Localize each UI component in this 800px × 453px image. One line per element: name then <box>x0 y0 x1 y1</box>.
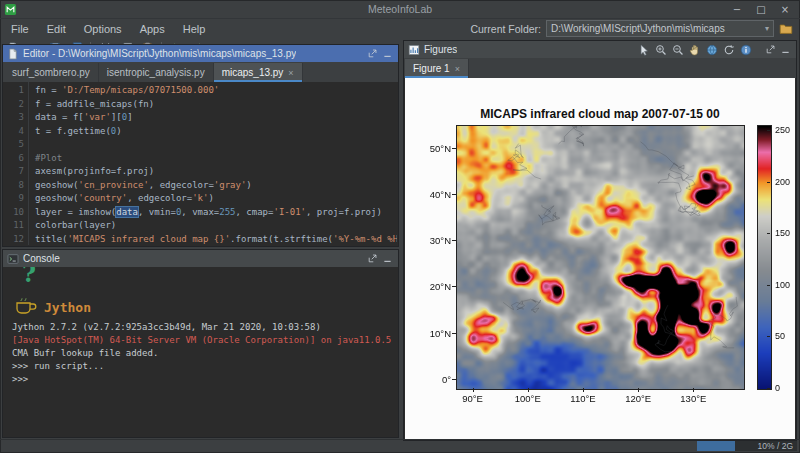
menu-apps[interactable]: Apps <box>131 22 174 36</box>
tab-label: surf_sombrero.py <box>12 67 90 78</box>
colorbar-tick-label: 200 <box>775 177 790 187</box>
close-figure-icon[interactable]: × <box>455 64 460 74</box>
line-number: 11 <box>4 219 24 233</box>
float-panel-button[interactable] <box>764 43 777 56</box>
editor-panel-buttons <box>366 47 394 60</box>
editor-tab-isentropic_analysis-py[interactable]: isentropic_analysis.py <box>99 63 214 82</box>
colorbar <box>757 125 772 390</box>
code-line: geoshow('cn_province', edgecolor='gray') <box>35 179 397 193</box>
code-line: data = f['var'][0] <box>35 111 397 125</box>
colorbar-tick-label: 50 <box>775 331 785 341</box>
editor-tab-micaps_13-py[interactable]: micaps_13.py× <box>214 63 303 82</box>
figures-panel: Figures Figure 1 × MICAPS infrared cloud… <box>403 40 797 441</box>
figure-1-tab[interactable]: Figure 1 × <box>405 59 469 78</box>
zoom-out-icon <box>672 44 684 56</box>
code-line: #Plot <box>35 152 397 166</box>
code-line <box>35 138 397 152</box>
x-tick-label: 100°E <box>515 393 541 404</box>
colorbar-tick <box>767 388 770 389</box>
float-icon <box>367 48 378 59</box>
memory-indicator[interactable]: 10% / 2G <box>697 441 797 451</box>
float-panel-button[interactable] <box>366 252 379 265</box>
menu-edit[interactable]: Edit <box>38 22 75 36</box>
colorbar-tick <box>767 336 770 337</box>
current-folder-combobox[interactable]: D:\Working\MIScript\Jython\mis\micaps ▾ <box>546 20 774 37</box>
zoom-out-button[interactable] <box>670 42 686 57</box>
y-tick-label: 50°N <box>407 143 451 154</box>
memory-usage-text: 10% / 2G <box>758 441 793 451</box>
editor-panel-header[interactable]: Editor - D:\Working\MIScript\Jython\mis\… <box>3 45 398 62</box>
y-tick-label: 0° <box>407 374 451 385</box>
x-tick <box>693 388 694 392</box>
cloud-map-image[interactable] <box>456 125 745 390</box>
colorbar-tick <box>767 130 770 131</box>
memory-usage-fill <box>697 441 735 451</box>
console-line: Jython 2.7.2 (v2.7.2:925a3cc3b49d, Mar 2… <box>12 321 389 334</box>
full-extent-globe-icon <box>706 44 718 56</box>
colorbar-tick-label: 0 <box>775 383 780 393</box>
minimize-panel-button[interactable] <box>381 47 394 60</box>
close-tab-icon[interactable]: × <box>288 68 293 78</box>
jython-logo: ? Jython <box>12 271 389 321</box>
maximize-button[interactable]: □ <box>750 2 772 17</box>
console-panel-header[interactable]: Console <box>3 250 398 267</box>
minimize-icon <box>382 48 393 59</box>
menu-file[interactable]: File <box>2 22 38 36</box>
editor-tab-surf_sombrero-py[interactable]: surf_sombrero.py <box>4 63 99 82</box>
code-line: f = addfile_micaps(fn) <box>35 98 397 112</box>
figures-panel-title: Figures <box>424 44 457 55</box>
minimize-panel-button[interactable] <box>779 43 792 56</box>
status-bar: 10% / 2G <box>0 439 800 453</box>
code-line: colorbar(layer) <box>35 219 397 233</box>
rotate-icon <box>723 44 735 56</box>
minimize-panel-button[interactable] <box>381 252 394 265</box>
window-title: MeteoInfoLab <box>368 3 432 15</box>
float-icon <box>367 253 378 264</box>
y-tick <box>452 148 456 149</box>
float-panel-button[interactable] <box>366 47 379 60</box>
current-folder-label: Current Folder: <box>470 23 541 35</box>
console-panel-title: Console <box>23 253 60 264</box>
console-panel-buttons <box>366 252 394 265</box>
console-output[interactable]: ? Jython Jython 2.7.2 (v2.7.2:925a3cc3b4… <box>4 267 397 436</box>
editor-tab-bar: surf_sombrero.pyisentropic_analysis.pymi… <box>3 62 398 83</box>
full-extent-globe-button[interactable] <box>704 42 720 57</box>
line-number: 12 <box>4 233 24 246</box>
x-tick <box>528 388 529 392</box>
zoom-in-button[interactable] <box>653 42 669 57</box>
menu-help[interactable]: Help <box>174 22 215 36</box>
colorbar-tick-label: 150 <box>775 228 790 238</box>
select-arrow-button[interactable] <box>636 42 652 57</box>
code-text[interactable]: fn = 'D:/Temp/micaps/07071500.000'f = ad… <box>29 82 397 245</box>
console-line: >>> run script... <box>12 360 389 373</box>
close-button[interactable]: × <box>774 2 796 17</box>
y-tick-label: 30°N <box>407 235 451 246</box>
editor-doc-icon <box>7 48 19 60</box>
browse-folder-button[interactable] <box>779 22 793 36</box>
line-number: 7 <box>4 165 24 179</box>
rotate-button[interactable] <box>721 42 737 57</box>
coffee-cup-icon <box>14 297 38 315</box>
tab-label: micaps_13.py <box>222 67 284 78</box>
code-line: axesm(projinfo=f.proj) <box>35 165 397 179</box>
y-tick-label: 40°N <box>407 189 451 200</box>
x-tick <box>583 388 584 392</box>
select-arrow-icon <box>638 44 650 56</box>
code-editor[interactable]: 123456789101112 fn = 'D:/Temp/micaps/070… <box>4 82 397 245</box>
y-tick-label: 10°N <box>407 328 451 339</box>
pan-hand-button[interactable] <box>687 42 703 57</box>
figures-panel-header[interactable]: Figures <box>404 41 796 58</box>
jython-logo-text: Jython <box>44 301 91 314</box>
console-line: >>> <box>12 373 389 386</box>
console-panel: Console ? Jython Jython 2.7.2 (v2.7.2:92… <box>2 249 399 438</box>
title-bar: MeteoInfoLab −□× <box>0 0 800 19</box>
chevron-down-icon: ▾ <box>765 24 769 33</box>
line-number: 2 <box>4 98 24 112</box>
x-tick-label: 110°E <box>570 393 595 404</box>
tab-label: isentropic_analysis.py <box>107 67 205 78</box>
minimize-button[interactable]: − <box>726 2 748 17</box>
colorbar-tick <box>767 182 770 183</box>
identify-info-button[interactable] <box>738 42 754 57</box>
menu-options[interactable]: Options <box>75 22 131 36</box>
y-tick <box>452 286 456 287</box>
